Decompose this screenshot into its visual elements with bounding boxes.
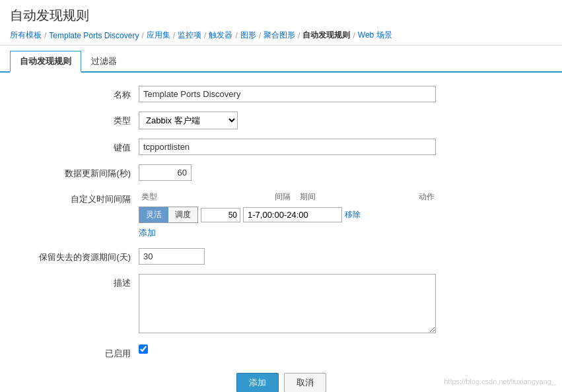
watermark: https://blog.csdn.net/liuxiangyang_ (444, 377, 555, 385)
submit-button[interactable]: 添加 (236, 373, 279, 392)
breadcrumb: 所有模板 / Template Ports Discovery / 应用集 / … (10, 30, 552, 41)
breadcrumb-sep-7: / (298, 31, 300, 40)
label-name: 名称 (20, 86, 139, 101)
breadcrumb-app-set[interactable]: 应用集 (147, 30, 170, 41)
header-period: 期间 (297, 190, 416, 204)
key-input[interactable] (139, 139, 436, 155)
row-enabled: 已启用 (20, 344, 542, 360)
tab-bar: 自动发现规则 过滤器 (0, 51, 562, 73)
field-enabled (139, 344, 542, 356)
keep-input[interactable] (139, 248, 205, 265)
breadcrumb-trigger[interactable]: 触发器 (209, 30, 232, 41)
name-input[interactable] (139, 86, 436, 102)
breadcrumb-graph[interactable]: 图形 (240, 30, 256, 41)
enabled-checkbox[interactable] (139, 344, 148, 354)
breadcrumb-sep-6: / (259, 31, 261, 40)
breadcrumb-sep-3: / (173, 31, 175, 40)
field-keep (139, 248, 542, 265)
breadcrumb-sep-4: / (204, 31, 206, 40)
label-keep: 保留失去的资源期间(天) (20, 248, 139, 263)
field-name (139, 86, 542, 102)
page-title: 自动发现规则 (10, 7, 552, 24)
row-desc: 描述 (20, 274, 542, 335)
row-type: 类型 Zabbix 客户端 Zabbix 主动 简单检查 SNMP v1 SNM… (20, 112, 542, 129)
header-type: 类型 (139, 190, 218, 204)
tab-filter[interactable]: 过滤器 (81, 51, 127, 73)
row-interval: 数据更新间隔(秒) (20, 164, 542, 181)
breadcrumb-sep-8: / (353, 31, 355, 40)
breadcrumb-agg-graph[interactable]: 聚合图形 (263, 30, 295, 41)
breadcrumb-monitor[interactable]: 监控项 (178, 30, 201, 41)
field-desc (139, 274, 542, 335)
type-toggle-group: 灵活 调度 (139, 207, 198, 223)
interval-input[interactable] (139, 164, 192, 181)
field-key (139, 139, 542, 155)
interval-period-input[interactable] (243, 207, 342, 222)
header-interval: 间隔 (218, 190, 297, 204)
field-custom-interval: 类型 间隔 期间 动作 灵活 调度 移除 添加 (139, 190, 542, 239)
breadcrumb-web-scene[interactable]: Web 场景 (358, 30, 392, 41)
field-type: Zabbix 客户端 Zabbix 主动 简单检查 SNMP v1 SNMP v… (139, 112, 542, 129)
add-interval-link[interactable]: 添加 (139, 228, 156, 238)
header-action: 动作 (416, 190, 456, 204)
form-container: 名称 类型 Zabbix 客户端 Zabbix 主动 简单检查 SNMP v1 … (0, 73, 562, 392)
interval-value-input[interactable] (201, 208, 240, 222)
breadcrumb-all-templates[interactable]: 所有模板 (10, 30, 42, 41)
label-desc: 描述 (20, 274, 139, 289)
row-keep: 保留失去的资源期间(天) (20, 248, 542, 265)
row-name: 名称 (20, 86, 542, 102)
label-key: 键值 (20, 139, 139, 154)
btn-flexible[interactable]: 灵活 (139, 207, 168, 222)
breadcrumb-sep-2: / (141, 31, 143, 40)
label-interval: 数据更新间隔(秒) (20, 164, 139, 180)
add-interval-wrapper: 添加 (139, 227, 542, 239)
remove-interval-link[interactable]: 移除 (345, 209, 361, 220)
label-type: 类型 (20, 112, 139, 127)
breadcrumb-sep-5: / (235, 31, 237, 40)
desc-textarea[interactable] (139, 274, 436, 333)
row-custom-interval: 自定义时间间隔 类型 间隔 期间 动作 灵活 调度 移除 (20, 190, 542, 239)
field-interval (139, 164, 542, 181)
btn-schedule[interactable]: 调度 (168, 207, 197, 222)
type-select[interactable]: Zabbix 客户端 Zabbix 主动 简单检查 SNMP v1 SNMP v… (139, 112, 238, 129)
row-key: 键值 (20, 139, 542, 155)
breadcrumb-discovery-rule[interactable]: 自动发现规则 (302, 30, 350, 41)
breadcrumb-sep-1: / (44, 31, 46, 40)
label-custom-interval: 自定义时间间隔 (20, 190, 139, 205)
interval-row-1: 灵活 调度 移除 (139, 207, 542, 223)
breadcrumb-template-ports[interactable]: Template Ports Discovery (49, 31, 139, 40)
cancel-button[interactable]: 取消 (284, 373, 326, 392)
tab-discovery-rules[interactable]: 自动发现规则 (10, 51, 81, 73)
label-enabled: 已启用 (20, 344, 139, 360)
interval-header: 类型 间隔 期间 动作 (139, 190, 542, 204)
